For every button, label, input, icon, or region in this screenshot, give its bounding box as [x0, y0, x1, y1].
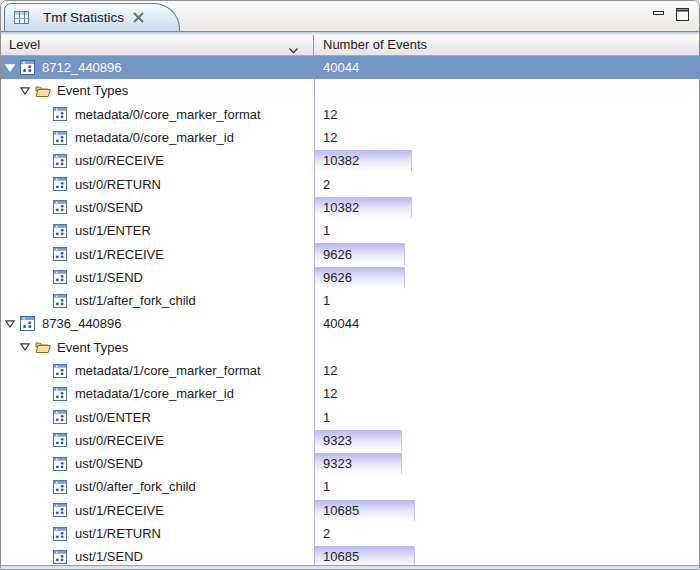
tree-row[interactable]: ust/1/after_fork_child1	[1, 289, 699, 312]
level-cell: 8712_440896	[1, 56, 314, 79]
event-type-icon	[53, 153, 69, 168]
tab-tmf-statistics[interactable]: Tmf Statistics	[4, 3, 180, 31]
row-label: ust/0/RECEIVE	[75, 433, 164, 448]
expander-icon[interactable]	[20, 87, 35, 95]
maximize-view-button[interactable]	[675, 7, 691, 23]
row-value: 12	[315, 130, 337, 145]
tree-indent	[1, 300, 38, 301]
tree-row[interactable]: ust/1/ENTER1	[1, 219, 699, 242]
tree-row[interactable]: ust/0/SEND9323	[1, 452, 699, 475]
row-value: 9626	[315, 247, 352, 262]
tree-row[interactable]: ust/1/RECEIVE9626	[1, 242, 699, 265]
tree-row[interactable]: Event Types	[1, 336, 699, 359]
tree-indent	[1, 463, 38, 464]
event-type-icon	[53, 107, 69, 122]
tree-indent	[1, 90, 20, 91]
view-window-controls	[651, 7, 691, 23]
value-cell	[314, 79, 699, 102]
row-value: 10685	[315, 549, 359, 564]
row-value: 1	[315, 479, 330, 494]
row-label: ust/0/ENTER	[75, 410, 151, 425]
tree-row[interactable]: ust/0/after_fork_child1	[1, 475, 699, 498]
tree-row[interactable]: 8736_44089640044	[1, 312, 699, 335]
tree-row[interactable]: Event Types	[1, 79, 699, 102]
tree-row[interactable]: 8712_44089640044	[1, 56, 699, 79]
event-type-icon	[53, 270, 69, 285]
folder-open-icon	[35, 340, 51, 355]
row-value: 1	[315, 293, 330, 308]
value-cell: 12	[314, 126, 699, 149]
row-value: 9323	[315, 433, 352, 448]
row-label: ust/0/SEND	[75, 456, 143, 471]
row-label: metadata/1/core_marker_format	[75, 363, 261, 378]
row-label: Event Types	[57, 83, 128, 98]
view-bottom-edge	[1, 565, 699, 570]
tree-indent	[1, 254, 38, 255]
tree-row[interactable]: ust/0/ENTER1	[1, 405, 699, 428]
level-cell: Event Types	[1, 336, 314, 359]
event-type-icon	[53, 177, 69, 192]
row-label: ust/0/SEND	[75, 200, 143, 215]
row-label: ust/1/SEND	[75, 549, 143, 564]
expander-icon[interactable]	[5, 64, 20, 72]
tree-row[interactable]: metadata/1/core_marker_id12	[1, 382, 699, 405]
event-type-icon	[53, 200, 69, 215]
row-value: 9323	[315, 456, 352, 471]
tree-indent	[1, 207, 38, 208]
tree-indent	[1, 347, 20, 348]
event-type-icon	[53, 247, 69, 262]
expander-icon[interactable]	[5, 320, 20, 328]
tree-row[interactable]: metadata/1/core_marker_format12	[1, 359, 699, 382]
value-cell: 2	[314, 172, 699, 195]
tree-row[interactable]: ust/1/RETURN2	[1, 522, 699, 545]
trace-icon	[20, 316, 36, 331]
row-label: ust/1/RECEIVE	[75, 247, 164, 262]
minimize-view-button[interactable]	[651, 7, 667, 23]
row-value: 40044	[315, 316, 359, 331]
row-label: metadata/0/core_marker_id	[75, 130, 234, 145]
level-cell: 8736_440896	[1, 312, 314, 335]
level-cell: ust/0/after_fork_child	[1, 475, 314, 498]
value-cell: 10685	[314, 545, 699, 565]
event-type-icon	[53, 479, 69, 494]
expander-icon[interactable]	[20, 343, 35, 351]
tree-row[interactable]: ust/0/SEND10382	[1, 196, 699, 219]
chevron-down-icon[interactable]	[288, 41, 299, 61]
row-label: 8712_440896	[42, 60, 122, 75]
row-value: 2	[315, 177, 330, 192]
tree-row[interactable]: ust/0/RETURN2	[1, 172, 699, 195]
level-cell: ust/1/SEND	[1, 266, 314, 289]
tree-row[interactable]: ust/1/RECEIVE10685	[1, 499, 699, 522]
tree-row[interactable]: ust/0/RECEIVE10382	[1, 149, 699, 172]
level-cell: ust/1/SEND	[1, 545, 314, 565]
column-header-level[interactable]: Level	[1, 35, 314, 55]
row-label: ust/1/RETURN	[75, 526, 161, 541]
row-label: ust/1/SEND	[75, 270, 143, 285]
event-type-icon	[53, 293, 69, 308]
column-label-level: Level	[9, 37, 40, 52]
row-value: 1	[315, 410, 330, 425]
tree-row[interactable]: ust/0/RECEIVE9323	[1, 429, 699, 452]
column-header-number-of-events[interactable]: Number of Events	[314, 35, 699, 55]
row-label: ust/0/after_fork_child	[75, 479, 196, 494]
row-value: 10382	[315, 200, 359, 215]
close-icon[interactable]	[133, 12, 144, 23]
value-cell: 10382	[314, 149, 699, 172]
tree-row[interactable]: ust/1/SEND10685	[1, 545, 699, 565]
tree-row[interactable]: metadata/0/core_marker_id12	[1, 126, 699, 149]
value-cell: 12	[314, 103, 699, 126]
event-type-icon	[53, 130, 69, 145]
row-label: metadata/1/core_marker_id	[75, 386, 234, 401]
tree-indent	[1, 160, 38, 161]
value-cell: 1	[314, 405, 699, 428]
row-label: ust/1/ENTER	[75, 223, 151, 238]
row-value: 9626	[315, 270, 352, 285]
tree-indent	[1, 370, 38, 371]
tree-indent	[1, 417, 38, 418]
value-cell: 40044	[314, 312, 699, 335]
trace-icon	[20, 60, 36, 75]
tree-indent	[1, 393, 38, 394]
tree-row[interactable]: metadata/0/core_marker_format12	[1, 103, 699, 126]
tree-row[interactable]: ust/1/SEND9626	[1, 266, 699, 289]
level-cell: ust/0/SEND	[1, 196, 314, 219]
